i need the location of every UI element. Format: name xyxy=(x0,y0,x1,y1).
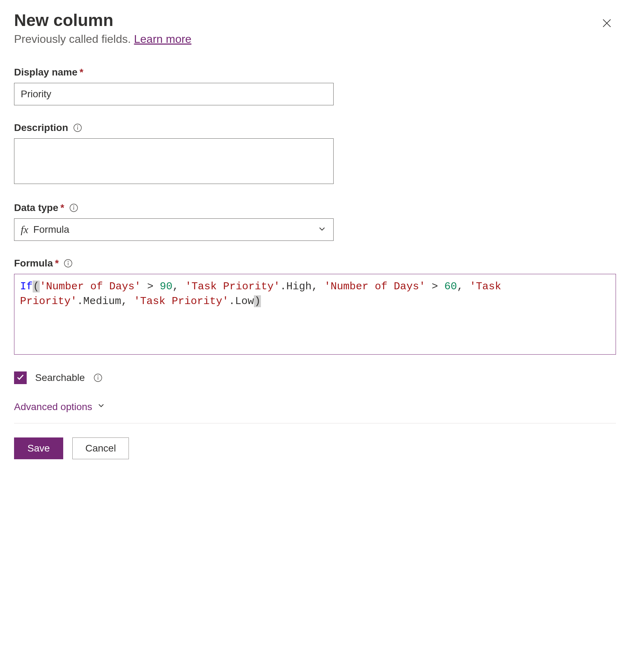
info-icon[interactable] xyxy=(73,123,82,132)
searchable-row: Searchable xyxy=(14,371,616,384)
display-name-input[interactable] xyxy=(14,83,334,105)
button-row: Save Cancel xyxy=(14,437,616,459)
description-field: Description xyxy=(14,122,616,185)
data-type-label: Data type* xyxy=(14,202,616,213)
svg-point-7 xyxy=(73,206,74,206)
panel-subtitle: Previously called fields. Learn more xyxy=(14,33,191,46)
data-type-field: Data type* fx Formula xyxy=(14,202,616,241)
save-button[interactable]: Save xyxy=(14,437,63,459)
info-icon[interactable] xyxy=(93,373,103,382)
divider xyxy=(14,423,616,423)
description-input[interactable] xyxy=(14,138,334,184)
searchable-checkbox[interactable] xyxy=(14,371,27,384)
formula-field: Formula* If('Number of Days' > 90, 'Task… xyxy=(14,258,616,355)
close-button[interactable] xyxy=(598,14,616,33)
display-name-field: Display name* xyxy=(14,67,616,105)
subtitle-text: Previously called fields. xyxy=(14,33,134,45)
advanced-options-toggle[interactable]: Advanced options xyxy=(14,401,616,413)
chevron-down-icon xyxy=(97,401,106,413)
required-indicator: * xyxy=(80,67,84,78)
info-icon[interactable] xyxy=(64,259,73,268)
svg-point-13 xyxy=(98,376,98,376)
svg-point-10 xyxy=(68,261,68,262)
searchable-label: Searchable xyxy=(35,372,85,383)
required-indicator: * xyxy=(60,202,64,213)
fx-icon: fx xyxy=(21,224,28,236)
check-icon xyxy=(16,373,25,383)
svg-point-4 xyxy=(77,126,78,126)
display-name-label: Display name* xyxy=(14,67,616,78)
learn-more-link[interactable]: Learn more xyxy=(134,33,191,45)
panel-title: New column xyxy=(14,11,191,30)
chevron-down-icon xyxy=(317,224,327,235)
panel-header: New column Previously called fields. Lea… xyxy=(14,11,616,67)
close-icon xyxy=(601,25,612,30)
data-type-selected: Formula xyxy=(33,224,317,235)
cancel-button[interactable]: Cancel xyxy=(72,437,129,459)
data-type-dropdown[interactable]: fx Formula xyxy=(14,218,334,241)
formula-input[interactable]: If('Number of Days' > 90, 'Task Priority… xyxy=(14,274,616,355)
required-indicator: * xyxy=(55,258,59,269)
formula-label: Formula* xyxy=(14,258,616,269)
description-label: Description xyxy=(14,122,616,133)
new-column-panel: New column Previously called fields. Lea… xyxy=(0,0,630,473)
info-icon[interactable] xyxy=(69,203,78,212)
advanced-options-label: Advanced options xyxy=(14,401,92,413)
